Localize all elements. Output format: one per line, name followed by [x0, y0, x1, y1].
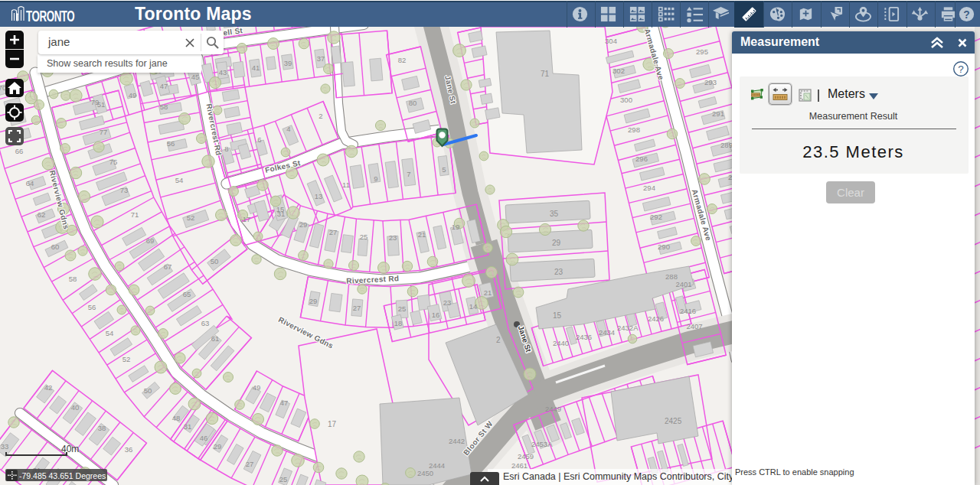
svg-text:64: 64 [26, 179, 34, 187]
svg-text:2450: 2450 [417, 469, 433, 477]
svg-text:17: 17 [243, 215, 251, 223]
svg-text:289: 289 [720, 141, 733, 149]
svg-text:2440: 2440 [553, 339, 569, 347]
svg-text:37: 37 [317, 54, 325, 63]
svg-text:52: 52 [122, 355, 131, 363]
svg-text:19: 19 [452, 223, 460, 231]
svg-text:2432A: 2432A [617, 324, 639, 332]
svg-text:56: 56 [167, 139, 175, 148]
svg-text:31: 31 [184, 422, 192, 431]
svg-text:36: 36 [125, 445, 133, 454]
svg-text:7: 7 [407, 170, 410, 178]
svg-text:2425: 2425 [665, 417, 682, 425]
svg-text:71: 71 [541, 70, 550, 78]
svg-text:54: 54 [175, 176, 184, 184]
svg-text:?: ? [963, 8, 969, 21]
svg-text:14: 14 [469, 302, 478, 311]
svg-text:2449: 2449 [545, 405, 561, 413]
svg-text:54: 54 [106, 329, 114, 337]
svg-text:27: 27 [353, 304, 361, 312]
svg-text:293: 293 [704, 78, 717, 86]
svg-text:2453A: 2453A [531, 440, 553, 448]
svg-text:2401: 2401 [675, 280, 691, 288]
svg-text:56: 56 [88, 303, 96, 311]
svg-text:21: 21 [484, 288, 492, 297]
svg-text:11: 11 [342, 181, 350, 189]
svg-text:43: 43 [219, 68, 227, 76]
svg-text:9: 9 [374, 174, 377, 183]
svg-text:13: 13 [315, 192, 323, 200]
svg-text:77: 77 [100, 128, 108, 136]
svg-text:82: 82 [398, 56, 407, 64]
svg-text:291: 291 [712, 109, 724, 118]
svg-text:2: 2 [318, 112, 322, 120]
svg-text:8: 8 [224, 145, 228, 153]
svg-text:47: 47 [280, 399, 289, 407]
svg-text:49: 49 [253, 383, 261, 392]
svg-text:302: 302 [612, 67, 625, 75]
svg-text:300: 300 [620, 96, 632, 104]
svg-text:50: 50 [211, 257, 219, 265]
svg-text:304: 304 [605, 37, 617, 45]
svg-text:65: 65 [183, 290, 191, 298]
svg-text:40: 40 [71, 403, 80, 412]
svg-text:41: 41 [252, 63, 260, 72]
svg-text:51: 51 [97, 100, 106, 109]
svg-text:38: 38 [98, 424, 106, 432]
svg-text:48: 48 [172, 414, 181, 422]
svg-text:29: 29 [299, 220, 308, 229]
svg-text:29: 29 [309, 297, 318, 305]
svg-text:298: 298 [628, 125, 640, 134]
svg-text:69: 69 [146, 236, 155, 245]
svg-text:58: 58 [160, 103, 168, 111]
svg-text:15: 15 [553, 311, 562, 320]
svg-text:73: 73 [120, 186, 129, 194]
svg-text:2416: 2416 [680, 307, 696, 315]
svg-text:27: 27 [329, 228, 338, 236]
svg-text:46: 46 [200, 434, 208, 442]
svg-text:45: 45 [191, 73, 200, 81]
svg-text:23: 23 [554, 268, 564, 276]
svg-text:295: 295 [696, 47, 708, 56]
svg-text:290: 290 [658, 242, 670, 251]
svg-text:15: 15 [276, 205, 285, 213]
svg-text:66: 66 [15, 147, 24, 155]
svg-text:61: 61 [211, 334, 220, 343]
svg-text:39: 39 [284, 59, 292, 67]
svg-text:50: 50 [144, 386, 152, 395]
svg-text:23: 23 [389, 233, 397, 242]
svg-text:23: 23 [443, 298, 452, 307]
svg-text:35: 35 [550, 210, 559, 218]
svg-text:2407: 2407 [686, 322, 702, 330]
svg-text:18: 18 [394, 319, 403, 327]
svg-text:2442: 2442 [449, 437, 465, 445]
svg-text:62: 62 [38, 210, 46, 219]
svg-text:49: 49 [129, 91, 137, 99]
svg-text:71: 71 [131, 210, 139, 219]
svg-text:2: 2 [496, 336, 501, 344]
svg-text:52: 52 [187, 213, 195, 222]
svg-text:29: 29 [552, 239, 561, 247]
svg-text:2436: 2436 [576, 333, 592, 341]
svg-text:2426: 2426 [648, 314, 664, 323]
svg-text:292: 292 [650, 213, 662, 221]
svg-text:25: 25 [398, 304, 407, 313]
svg-text:TORONTO: TORONTO [26, 7, 74, 24]
svg-text:25: 25 [279, 475, 288, 483]
svg-text:47: 47 [160, 82, 168, 90]
svg-text:296: 296 [635, 155, 648, 163]
svg-text:16: 16 [432, 311, 440, 319]
svg-text:2434: 2434 [599, 328, 615, 337]
svg-text:4: 4 [286, 125, 290, 133]
svg-text:67: 67 [164, 262, 172, 271]
svg-text:33: 33 [1, 442, 9, 451]
svg-text:27: 27 [246, 460, 254, 468]
svg-text:17: 17 [328, 420, 337, 428]
svg-text:?: ? [958, 63, 964, 75]
svg-text:21: 21 [418, 230, 426, 239]
svg-text:63: 63 [201, 319, 210, 327]
svg-text:60: 60 [51, 242, 60, 251]
svg-text:75: 75 [109, 158, 118, 166]
svg-text:25: 25 [360, 233, 368, 241]
svg-text:294: 294 [643, 184, 655, 192]
